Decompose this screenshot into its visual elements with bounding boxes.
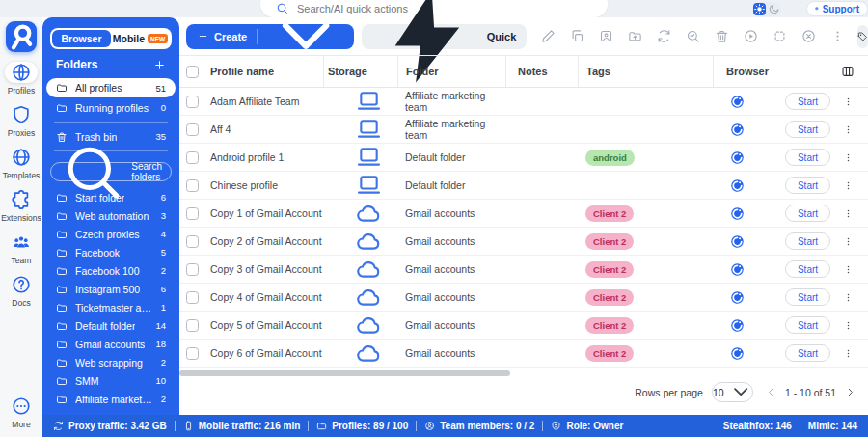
folder-search-input[interactable]: Search folders (50, 162, 172, 181)
row-checkbox[interactable] (186, 291, 199, 304)
play-circle-icon[interactable] (744, 29, 758, 43)
header-storage[interactable]: Storage (323, 56, 397, 87)
tag-pill[interactable]: android (585, 150, 635, 166)
folder-item[interactable]: Web scrapping2 (42, 353, 179, 371)
start-button[interactable]: Start (785, 149, 830, 166)
row-menu-icon[interactable] (843, 150, 854, 165)
add-folder-icon[interactable] (153, 59, 166, 71)
tag-pill[interactable]: Client 2 (585, 261, 634, 278)
sidebar-item-templates[interactable]: Templates (0, 147, 42, 180)
row-checkbox[interactable] (186, 123, 199, 136)
folder-item[interactable]: Gmail accounts18 (42, 335, 179, 353)
header-profile-name[interactable]: Profile name (208, 56, 323, 87)
quick-button[interactable]: Quick (362, 24, 527, 49)
row-checkbox[interactable] (186, 263, 199, 276)
dark-theme-button[interactable] (768, 3, 780, 15)
sidebar-item-profiles[interactable]: Profiles (0, 62, 42, 96)
folder-item[interactable]: Start folder6 (42, 188, 179, 206)
row-menu-icon[interactable] (843, 318, 854, 333)
tag-pill[interactable]: Client 2 (585, 317, 634, 334)
sidebar-item-team[interactable]: Team (0, 232, 42, 265)
row-menu-icon[interactable] (843, 346, 854, 361)
folder-item[interactable]: All profiles51 (46, 78, 176, 97)
start-button[interactable]: Start (785, 177, 830, 194)
table-row[interactable]: Copy 3 of Gmail AccountGmail accountsCli… (179, 256, 868, 284)
header-folder[interactable]: Folder (397, 56, 505, 87)
column-settings-icon[interactable] (841, 65, 854, 78)
table-row[interactable]: Adam Affiliate TeamAffiliate marketing t… (179, 88, 868, 116)
table-row[interactable]: Copy 2 of Gmail AccountGmail accountsCli… (179, 228, 868, 256)
start-button[interactable]: Start (785, 93, 830, 110)
row-menu-icon[interactable] (843, 123, 854, 137)
tab-mobile[interactable]: Mobile NEW (111, 30, 170, 47)
refresh-icon[interactable] (657, 29, 671, 43)
header-tags[interactable]: Tags (578, 56, 713, 87)
tag-pill[interactable]: Client 2 (585, 345, 634, 362)
row-checkbox[interactable] (186, 96, 199, 108)
create-button[interactable]: Create (186, 24, 354, 49)
folder-item[interactable]: Ticketmaster accounts1 (42, 298, 179, 316)
light-theme-button[interactable] (753, 3, 766, 15)
folder-item[interactable]: Instagram 5006 (42, 280, 179, 298)
table-row[interactable]: Copy 5 of Gmail AccountGmail accountsCli… (179, 312, 868, 340)
sidebar-item-docs[interactable]: Docs (0, 274, 42, 308)
folder-item[interactable]: SMM10 (42, 371, 179, 390)
pencil-icon[interactable] (541, 29, 556, 43)
select-all-checkbox[interactable] (186, 66, 199, 78)
row-menu-icon[interactable] (843, 178, 854, 193)
sidebar-item-more[interactable]: More (0, 396, 42, 429)
theme-toggle[interactable] (752, 2, 781, 16)
row-checkbox[interactable] (186, 319, 199, 332)
trash-icon[interactable] (715, 29, 729, 43)
next-page-icon[interactable] (845, 387, 855, 397)
row-menu-icon[interactable] (843, 290, 854, 305)
start-button[interactable]: Start (785, 344, 830, 362)
table-row[interactable]: Copy 4 of Gmail AccountGmail accountsCli… (179, 284, 868, 312)
row-checkbox[interactable] (186, 179, 199, 192)
row-menu-icon[interactable] (843, 95, 854, 109)
table-row[interactable]: Android profile 1Default folderandroidSt… (179, 144, 868, 172)
folder-item[interactable]: Czech proxies4 (42, 225, 179, 243)
folder-move-icon[interactable] (628, 29, 642, 43)
row-menu-icon[interactable] (843, 262, 854, 277)
tag-pill[interactable]: Client 2 (585, 289, 634, 306)
search-status-icon[interactable] (686, 29, 700, 43)
folder-item[interactable]: Affiliate marketing team2 (42, 390, 179, 408)
table-row[interactable]: Copy 1 of Gmail AccountGmail accountsCli… (179, 200, 868, 228)
row-menu-icon[interactable] (843, 206, 854, 221)
row-checkbox[interactable] (186, 151, 199, 164)
row-menu-icon[interactable] (843, 234, 854, 249)
manage-tags-button[interactable] (857, 25, 868, 48)
tag-pill[interactable]: Client 2 (585, 233, 634, 250)
copy-profile-icon[interactable] (599, 29, 613, 43)
row-checkbox[interactable] (186, 347, 199, 360)
start-button[interactable]: Start (785, 316, 830, 334)
copy-icon[interactable] (570, 29, 584, 43)
table-row[interactable]: Aff 4Affiliate marketing teamStart (179, 116, 868, 144)
folder-item[interactable]: Default folder14 (42, 316, 179, 335)
folder-item[interactable]: Web automation3 (42, 206, 179, 225)
support-button[interactable]: Support (806, 1, 868, 16)
row-checkbox[interactable] (186, 235, 199, 248)
prev-page-icon[interactable] (766, 387, 776, 397)
x-circle-icon[interactable] (801, 29, 816, 43)
start-button[interactable]: Start (785, 288, 830, 306)
folder-item[interactable]: Facebook 1002 (42, 261, 179, 280)
table-row[interactable]: Chinese profileDefault folderStart (179, 172, 868, 200)
select-frame-icon[interactable] (773, 29, 787, 43)
start-button[interactable]: Start (785, 232, 830, 250)
header-notes[interactable]: Notes (505, 56, 578, 87)
start-button[interactable]: Start (785, 121, 830, 138)
sidebar-item-extensions[interactable]: Extensions (0, 189, 42, 223)
table-row[interactable]: Copy 6 of Gmail AccountGmail accountsCli… (179, 340, 868, 368)
folder-item[interactable]: Facebook5 (42, 243, 179, 261)
kebab-icon[interactable] (830, 29, 845, 43)
rows-per-page-select[interactable]: 10 (712, 382, 753, 402)
tag-pill[interactable]: Client 2 (585, 205, 634, 222)
folder-item[interactable]: Running profiles0 (42, 98, 179, 117)
app-logo[interactable] (6, 21, 37, 52)
sidebar-item-proxies[interactable]: Proxies (0, 104, 42, 138)
start-button[interactable]: Start (785, 260, 830, 278)
row-checkbox[interactable] (186, 207, 199, 220)
start-button[interactable]: Start (785, 205, 830, 222)
